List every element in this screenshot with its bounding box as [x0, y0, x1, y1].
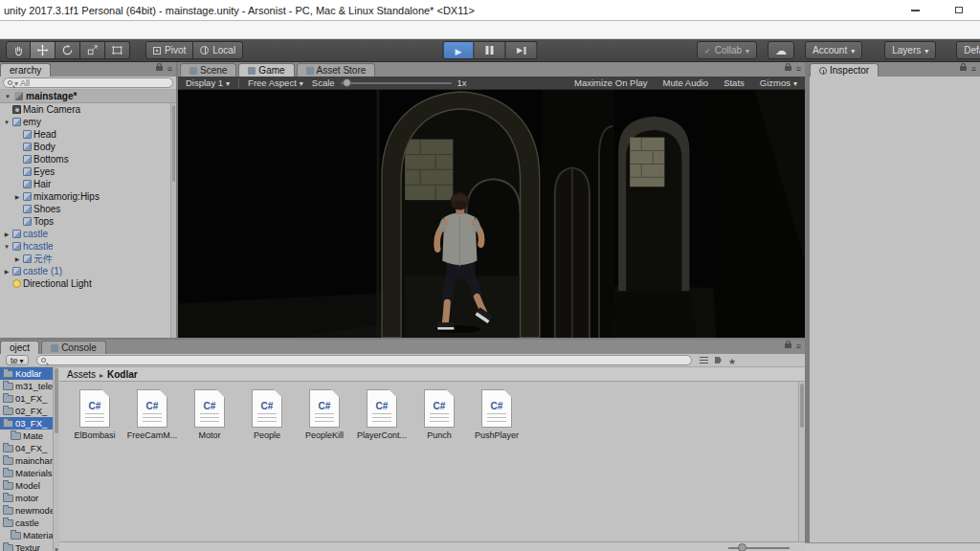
scale-slider[interactable] — [341, 82, 452, 84]
lock-icon[interactable] — [785, 343, 791, 348]
project-folder-item[interactable]: Textur — [0, 541, 53, 551]
project-folder-item[interactable]: 02_FX_ — [0, 405, 53, 417]
hierarchy-item[interactable]: mixamorig:Hips — [0, 190, 170, 203]
asset-item[interactable]: C# ElBombasi — [69, 389, 121, 440]
project-folder-item[interactable]: motor — [0, 492, 53, 504]
expand-arrow-icon[interactable] — [3, 231, 11, 237]
asset-grid-scrollbar[interactable] — [798, 382, 805, 541]
breadcrumb-current[interactable]: Kodlar — [107, 369, 138, 380]
account-dropdown[interactable]: Account — [805, 41, 862, 59]
icon-size-slider[interactable] — [728, 547, 790, 549]
asset-item[interactable]: C# Motor — [184, 389, 235, 440]
scene-header[interactable]: ▼ mainstage* — [0, 90, 176, 103]
tab-console[interactable]: Console — [41, 341, 106, 354]
breadcrumb-root[interactable]: Assets — [67, 369, 96, 380]
favorites-star-icon[interactable] — [728, 355, 736, 366]
mute-audio-button[interactable]: Mute Audio — [660, 77, 712, 88]
step-button[interactable] — [506, 41, 538, 59]
hierarchy-item[interactable]: castle (1) — [0, 265, 170, 277]
hierarchy-item[interactable]: emy — [0, 116, 170, 128]
hierarchy-item[interactable]: Hair — [0, 178, 170, 190]
cloud-button[interactable] — [768, 41, 794, 59]
asset-item[interactable]: C# FreeCamM... — [126, 389, 178, 440]
rotate-tool-button[interactable] — [56, 41, 80, 59]
asset-item[interactable]: C# People — [241, 389, 293, 440]
local-toggle-button[interactable]: Local — [193, 41, 243, 59]
layers-dropdown[interactable]: Layers — [884, 41, 936, 59]
project-folder-item[interactable]: mainchar — [0, 454, 53, 467]
hierarchy-item[interactable]: castle — [0, 228, 170, 240]
panel-menu-icon[interactable] — [796, 341, 801, 351]
lock-icon[interactable] — [785, 66, 791, 71]
tab-scene[interactable]: Scene — [180, 63, 236, 77]
search-by-type-icon[interactable] — [700, 357, 708, 364]
aspect-dropdown[interactable]: Free Aspect — [245, 77, 306, 88]
create-button[interactable]: te — [6, 355, 29, 365]
hierarchy-item[interactable]: Bottoms — [0, 153, 170, 165]
expand-arrow-icon[interactable] — [13, 193, 21, 200]
tab-game[interactable]: Game — [238, 63, 294, 77]
game-viewport[interactable] — [178, 90, 805, 338]
project-folder-item[interactable]: Mate — [0, 430, 53, 442]
project-folder-item[interactable]: castle — [0, 517, 53, 529]
project-folder-item[interactable]: Materia — [0, 529, 53, 541]
minimize-button[interactable] — [894, 0, 937, 20]
expand-arrow-icon[interactable] — [13, 255, 21, 262]
project-folder-item[interactable]: Kodlar — [0, 367, 53, 380]
scale-slider-thumb[interactable] — [343, 78, 351, 87]
asset-item[interactable]: C# PeopleKill — [299, 389, 350, 440]
tab-project[interactable]: oject — [0, 341, 39, 354]
hierarchy-item[interactable]: Tops — [0, 215, 170, 228]
maximize-button[interactable] — [937, 0, 980, 20]
tab-hierarchy[interactable]: erarchy — [0, 63, 51, 77]
panel-menu-icon[interactable] — [167, 63, 172, 74]
hierarchy-item[interactable]: Head — [0, 128, 170, 141]
hierarchy-scrollbar[interactable] — [170, 103, 176, 338]
project-folder-item[interactable]: 01_FX_ — [0, 392, 53, 405]
icon-size-slider-thumb[interactable] — [738, 543, 746, 551]
panel-menu-icon[interactable] — [796, 63, 801, 74]
hierarchy-item[interactable]: Body — [0, 141, 170, 153]
hierarchy-item[interactable]: 元件 — [0, 253, 170, 265]
hierarchy-search-input[interactable]: All — [3, 77, 173, 88]
scrollbar-thumb[interactable] — [800, 384, 804, 428]
asset-item[interactable]: C# Punch — [413, 389, 465, 440]
expand-arrow-icon[interactable] — [3, 120, 11, 125]
hierarchy-item[interactable]: Directional Light — [0, 277, 170, 290]
rect-tool-button[interactable] — [105, 41, 130, 59]
hierarchy-item[interactable]: Shoes — [0, 203, 170, 215]
project-folder-item[interactable]: m31_tele — [0, 380, 53, 392]
display-dropdown[interactable]: Display 1 — [183, 77, 233, 88]
asset-item[interactable]: C# PushPlayer — [471, 389, 523, 440]
maximize-on-play-button[interactable]: Maximize On Play — [571, 77, 651, 88]
hierarchy-item[interactable]: Main Camera — [0, 103, 170, 116]
folder-list-scrollbar[interactable]: ▼ — [53, 367, 59, 551]
tab-asset-store[interactable]: Asset Store — [297, 63, 376, 77]
scale-tool-button[interactable] — [80, 41, 105, 59]
pause-button[interactable] — [475, 41, 506, 59]
project-folder-item[interactable]: Materials — [0, 467, 53, 479]
project-folder-item[interactable]: newmode — [0, 504, 53, 517]
lock-icon[interactable] — [960, 66, 967, 71]
hand-tool-button[interactable] — [6, 41, 31, 59]
expand-arrow-icon[interactable] — [3, 244, 11, 250]
pivot-toggle-button[interactable]: Pivot — [145, 41, 193, 59]
gizmos-dropdown[interactable]: Gizmos — [757, 77, 800, 88]
lock-icon[interactable] — [156, 66, 163, 71]
panel-menu-icon[interactable] — [971, 63, 976, 74]
move-tool-button[interactable] — [31, 41, 56, 59]
project-folder-item[interactable]: 04_FX_ — [0, 442, 53, 454]
hierarchy-item[interactable]: Eyes — [0, 165, 170, 178]
project-folder-item[interactable]: Model — [0, 479, 53, 492]
expand-arrow-icon[interactable] — [3, 268, 11, 275]
play-button[interactable] — [443, 41, 475, 59]
stats-button[interactable]: Stats — [721, 77, 747, 88]
hierarchy-item[interactable]: hcastle — [0, 240, 170, 253]
project-folder-item[interactable]: 03_FX_ — [0, 417, 53, 430]
project-search-input[interactable] — [36, 355, 692, 365]
scrollbar-thumb[interactable] — [55, 368, 58, 433]
layout-dropdown[interactable]: Default — [956, 41, 980, 59]
tab-inspector[interactable]: Inspector — [810, 63, 879, 77]
search-by-label-icon[interactable] — [715, 357, 722, 364]
collab-button[interactable]: Collab — [697, 41, 757, 59]
